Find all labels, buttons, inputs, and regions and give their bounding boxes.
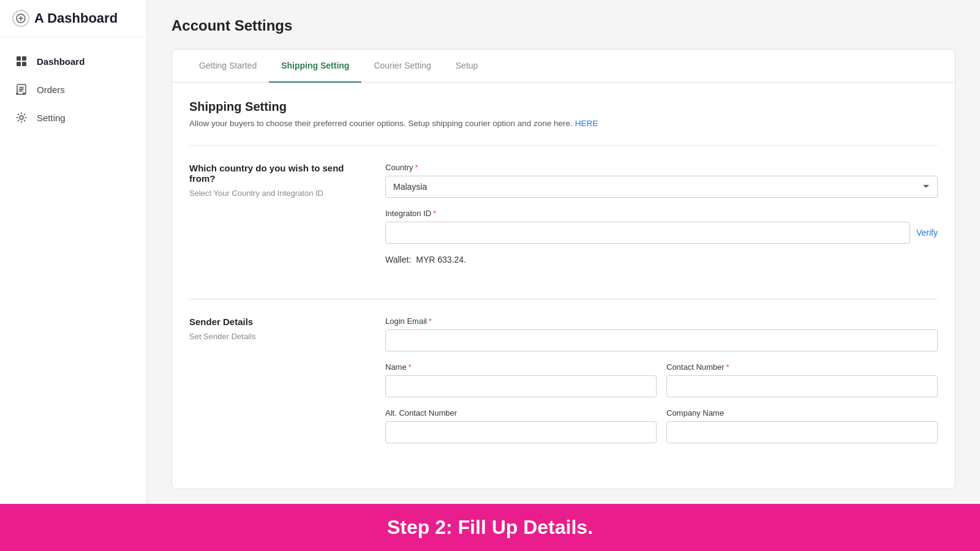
svg-rect-2 <box>22 56 26 61</box>
tab-getting-started[interactable]: Getting Started <box>187 50 269 83</box>
main-content: Account Settings Getting Started Shippin… <box>147 0 980 504</box>
contact-number-group: Contact Number * <box>666 362 938 397</box>
integration-id-input[interactable] <box>385 222 910 244</box>
setting-icon <box>15 111 28 124</box>
wallet-row: Wallet: MYR 633.24. <box>385 255 938 264</box>
integration-id-label: Integraton ID * <box>385 209 938 218</box>
country-section: Which country do you wish to send from? … <box>189 163 938 282</box>
app-logo: A Dashboard <box>0 0 146 37</box>
wallet-value: MYR 633.24. <box>416 255 466 264</box>
login-email-input[interactable] <box>385 329 938 351</box>
name-contact-row: Name * Contact Number * <box>385 362 938 408</box>
contact-number-input[interactable] <box>666 375 938 397</box>
name-input[interactable] <box>385 375 657 397</box>
contact-required: * <box>726 363 729 372</box>
app-title: A Dashboard <box>34 10 118 26</box>
login-email-required: * <box>429 317 432 326</box>
company-name-group: Company Name <box>666 408 938 443</box>
integration-id-group: Integraton ID * Verify <box>385 209 938 244</box>
svg-point-7 <box>23 92 25 95</box>
name-group: Name * <box>385 362 657 397</box>
svg-rect-4 <box>22 62 26 66</box>
alt-contact-company-row: Alt. Contact Number Company Name <box>385 408 938 454</box>
sidebar-label-dashboard: Dashboard <box>37 56 85 67</box>
country-label: Country * <box>385 163 938 172</box>
integration-required: * <box>433 209 436 218</box>
company-name-label: Company Name <box>666 408 938 418</box>
section-title: Shipping Setting <box>189 100 938 114</box>
sender-section: Sender Details Set Sender Details Login … <box>189 317 938 471</box>
verify-link[interactable]: Verify <box>916 228 938 238</box>
card-body: Shipping Setting Allow your buyers to ch… <box>172 83 955 489</box>
dashboard-icon <box>15 54 28 68</box>
alt-contact-group: Alt. Contact Number <box>385 408 657 443</box>
country-section-right: Country * Malaysia Singapore Indonesia T… <box>385 163 938 264</box>
svg-rect-1 <box>17 56 21 61</box>
name-required: * <box>409 363 412 372</box>
country-required: * <box>415 163 418 172</box>
country-group: Country * Malaysia Singapore Indonesia T… <box>385 163 938 198</box>
tab-courier-setting[interactable]: Courier Setting <box>361 50 443 83</box>
login-email-label: Login Email * <box>385 317 938 326</box>
logo-icon <box>12 10 29 27</box>
sidebar-item-setting[interactable]: Setting <box>0 103 146 132</box>
login-email-group: Login Email * <box>385 317 938 351</box>
orders-icon <box>15 83 28 96</box>
tab-shipping-setting[interactable]: Shipping Setting <box>269 50 361 83</box>
sidebar: A Dashboard Dashboard <box>0 0 147 504</box>
svg-point-8 <box>20 116 23 119</box>
country-question: Which country do you wish to send from? <box>189 163 361 184</box>
sidebar-nav: Dashboard Orders <box>0 37 146 141</box>
integration-id-row: Verify <box>385 222 938 244</box>
bottom-banner: Step 2: Fill Up Details. <box>0 504 980 551</box>
sender-title: Sender Details <box>189 317 361 327</box>
tabs-container: Getting Started Shipping Setting Courier… <box>172 50 955 83</box>
name-label: Name * <box>385 362 657 372</box>
sender-section-left: Sender Details Set Sender Details <box>189 317 361 454</box>
tab-setup[interactable]: Setup <box>443 50 491 83</box>
company-name-input[interactable] <box>666 421 938 443</box>
sidebar-label-orders: Orders <box>37 84 65 95</box>
settings-card: Getting Started Shipping Setting Courier… <box>172 49 956 489</box>
sidebar-item-dashboard[interactable]: Dashboard <box>0 47 146 75</box>
wallet-label: Wallet: <box>385 255 411 264</box>
section-desc-text: Allow your buyers to choose their prefer… <box>189 119 573 128</box>
sidebar-label-setting: Setting <box>37 113 66 123</box>
sender-section-right: Login Email * Name * <box>385 317 938 454</box>
divider-1 <box>189 145 938 146</box>
section-desc-link[interactable]: HERE <box>575 119 598 128</box>
section-desc: Allow your buyers to choose their prefer… <box>189 119 938 128</box>
country-select[interactable]: Malaysia Singapore Indonesia Thailand Ph… <box>385 176 938 198</box>
banner-text: Step 2: Fill Up Details. <box>387 516 593 538</box>
sender-hint: Set Sender Details <box>189 332 361 341</box>
svg-point-6 <box>16 92 18 95</box>
contact-number-label: Contact Number * <box>666 362 938 372</box>
svg-rect-3 <box>17 62 21 66</box>
page-title: Account Settings <box>172 17 956 34</box>
country-hint: Select Your Country and Integraton ID <box>189 189 361 198</box>
divider-2 <box>189 299 938 299</box>
alt-contact-label: Alt. Contact Number <box>385 408 657 418</box>
alt-contact-input[interactable] <box>385 421 657 443</box>
sidebar-item-orders[interactable]: Orders <box>0 75 146 103</box>
country-section-left: Which country do you wish to send from? … <box>189 163 361 264</box>
